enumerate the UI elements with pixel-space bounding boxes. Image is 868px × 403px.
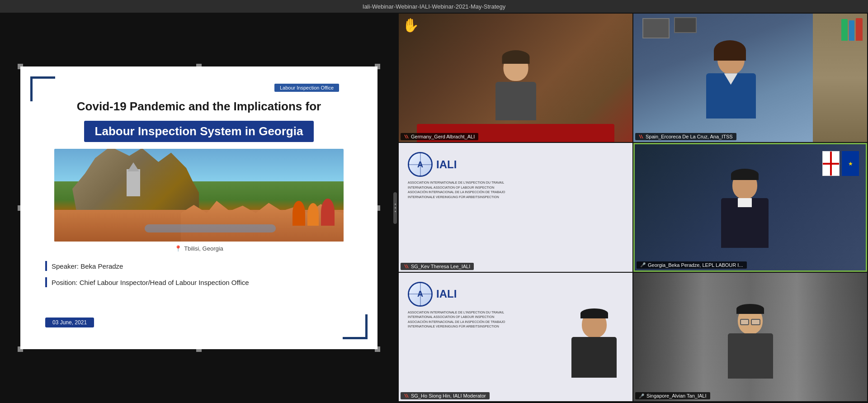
resize-handle[interactable] (393, 192, 397, 224)
gerd-figure (484, 49, 547, 131)
position-bar (45, 277, 47, 287)
location-label: 📍 Tbilisi, Georgia (175, 245, 223, 252)
corner-decoration-br (343, 314, 368, 339)
svg-line-6 (406, 394, 408, 398)
participant-cell-germany-gerd: ✋ Germany_Gerd Albracht_ALI (399, 14, 632, 142)
speaker-name-row: Speaker: Beka Peradze (45, 261, 353, 271)
iali-logo-ho: A IALI ASSOCIATION INTERNATIONALE DE L'I… (408, 282, 505, 329)
svg-line-4 (406, 265, 408, 268)
participant-cell-iali-ho: A IALI ASSOCIATION INTERNATIONALE DE L'I… (399, 273, 632, 401)
presentation-slide: Labour Inspection Office Covid-19 Pandem… (20, 66, 377, 349)
mic-icon-alvian: 🎤 (639, 394, 644, 398)
georgia-flag (822, 151, 840, 176)
participant-cell-georgia-beka: ★ (633, 143, 867, 271)
speaker-bar (45, 261, 47, 271)
participant-name-iali-sg: SG_Kev Theresa Lee_IALI (401, 263, 474, 270)
slide-title-line1: Covid-19 Pandemic and the Implications f… (45, 99, 353, 114)
mic-icon-beka: 🎤 (640, 262, 646, 267)
svg-line-3 (639, 135, 641, 138)
slide-image (54, 149, 344, 242)
svg-line-0 (406, 135, 408, 138)
speaker-name: Speaker: Beka Peradze (52, 262, 123, 270)
participant-name-spain-ana: Spain_Ercoreca De La Cruz, Ana_ITSS (635, 133, 736, 140)
beka-figure (710, 171, 778, 261)
hand-raise-icon: ✋ (402, 17, 419, 33)
participant-cell-iali-sg: A IALI ASSOCIATION INTERNATIONALE DE L'I… (399, 143, 632, 271)
resize-dot-3 (395, 211, 396, 212)
participant-name-singapore: 🎤 Singapore_Alvian Tan_IALI (635, 392, 710, 399)
position-text: Position: Chief Labour Inspector/Head of… (52, 279, 249, 286)
slide-title-line2: Labour Inspection System in Georgia (84, 121, 314, 142)
slide-area: Labour Inspection Office Covid-19 Pandem… (0, 13, 398, 403)
participant-name-germany-gerd: Germany_Gerd Albracht_ALI (401, 133, 478, 140)
ana-figure (693, 43, 765, 133)
participant-name-georgia-beka: 🎤 Georgia_Beka Peradze, LEPL LABOUR I... (637, 261, 747, 269)
resize-dot-1 (395, 204, 396, 205)
alvian-figure (719, 306, 782, 392)
svg-line-2 (641, 135, 643, 138)
participant-name-iali-ho: SG_Ho Siong Hin, IALI Moderator (401, 392, 490, 399)
ho-figure (565, 311, 623, 392)
iali-logo-sg: A IALI ASSOCIATION INTERNATIONALE DE L'I… (408, 152, 505, 199)
video-grid: ✋ Germany_Gerd Albracht_ALI (398, 13, 868, 403)
svg-line-1 (405, 135, 406, 138)
participant-cell-singapore-alvian: 🎤 Singapore_Alvian Tan_IALI (633, 273, 867, 401)
mic-icon-ho (404, 394, 409, 398)
mic-icon-gerd (404, 134, 409, 139)
position-row: Position: Chief Labour Inspector/Head of… (45, 277, 353, 287)
iali-full-text-ho: ASSOCIATION INTERNATIONALE DE L'INSPECTI… (408, 310, 505, 329)
slide-title-line2-container: Labour Inspection System in Georgia (61, 121, 337, 142)
svg-line-7 (405, 394, 406, 398)
eu-flag: ★ (842, 151, 859, 176)
mic-icon-ana (639, 134, 643, 139)
lio-badge: Labour Inspection Office (274, 84, 339, 92)
mic-icon-iali-sg (404, 264, 409, 269)
iali-full-text: ASSOCIATION INTERNATIONALE DE L'INSPECTI… (408, 180, 505, 199)
svg-line-5 (405, 265, 406, 268)
location-pin-icon: 📍 (175, 245, 182, 252)
speaker-info: Speaker: Beka Peradze Position: Chief La… (45, 261, 353, 287)
corner-decoration-tl (30, 76, 55, 101)
resize-dot-2 (395, 207, 396, 209)
date-badge: 03 June, 2021 (45, 318, 94, 327)
participant-cell-spain-ana: Spain_Ercoreca De La Cruz, Ana_ITSS (633, 14, 867, 142)
meeting-title: Iali-Webinar-Webinar-IALI-Webinar-2021-M… (363, 3, 505, 10)
